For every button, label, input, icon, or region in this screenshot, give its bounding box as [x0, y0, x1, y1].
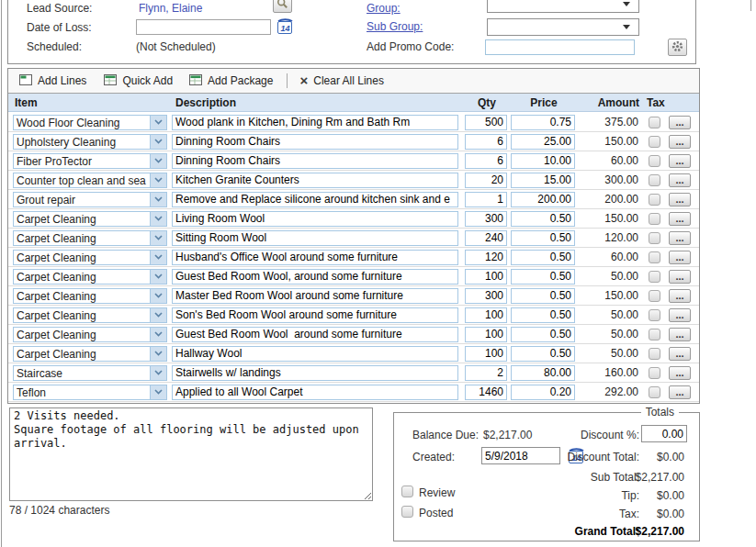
description-input[interactable]	[172, 153, 458, 169]
chevron-down-icon[interactable]	[150, 116, 166, 129]
price-input[interactable]	[511, 173, 575, 188]
row-options-button[interactable]: ...	[669, 328, 691, 341]
calendar-icon[interactable]: 14	[276, 18, 294, 38]
row-options-button[interactable]: ...	[669, 289, 691, 303]
description-input[interactable]	[172, 115, 458, 130]
lead-source-link[interactable]: Flynn, Elaine	[139, 2, 202, 15]
row-options-button[interactable]: ...	[669, 212, 691, 226]
description-input[interactable]	[172, 211, 458, 227]
clear-all-lines-button[interactable]: × Clear All Lines	[299, 74, 383, 87]
tax-checkbox[interactable]	[649, 271, 660, 283]
price-input[interactable]	[511, 211, 575, 227]
qty-input[interactable]	[465, 385, 507, 400]
notes-textarea[interactable]	[9, 407, 373, 501]
qty-input[interactable]	[465, 211, 507, 227]
item-select[interactable]: Carpet Cleaning	[13, 211, 167, 227]
qty-input[interactable]	[465, 173, 507, 188]
tax-checkbox[interactable]	[649, 117, 660, 128]
description-input[interactable]	[172, 385, 458, 400]
review-checkbox[interactable]	[401, 486, 413, 497]
qty-input[interactable]	[465, 153, 507, 169]
posted-checkbox[interactable]	[401, 506, 413, 518]
price-input[interactable]	[511, 153, 575, 169]
price-input[interactable]	[511, 307, 575, 323]
price-input[interactable]	[511, 385, 575, 400]
sub-group-link[interactable]: Sub Group:	[367, 20, 423, 33]
description-input[interactable]	[172, 365, 458, 381]
row-options-button[interactable]: ...	[669, 135, 691, 149]
tax-checkbox[interactable]	[649, 348, 660, 360]
row-options-button[interactable]: ...	[669, 116, 691, 129]
qty-input[interactable]	[465, 269, 507, 285]
chevron-down-icon[interactable]	[150, 347, 166, 361]
price-input[interactable]	[511, 250, 575, 265]
item-select[interactable]: Carpet Cleaning	[13, 346, 167, 362]
row-options-button[interactable]: ...	[669, 366, 691, 380]
item-select[interactable]: Upholstery Cleaning	[13, 134, 167, 150]
sub-group-select[interactable]	[487, 18, 639, 36]
tax-checkbox[interactable]	[649, 213, 660, 225]
date-of-loss-input[interactable]	[136, 19, 271, 35]
qty-input[interactable]	[465, 250, 507, 265]
discount-pct-input[interactable]	[641, 425, 687, 442]
price-input[interactable]	[511, 192, 575, 207]
chevron-down-icon[interactable]	[150, 328, 166, 341]
item-select[interactable]: Carpet Cleaning	[13, 327, 167, 342]
tax-checkbox[interactable]	[649, 290, 660, 302]
tax-checkbox[interactable]	[649, 329, 660, 340]
qty-input[interactable]	[465, 230, 507, 246]
tax-checkbox[interactable]	[649, 194, 660, 206]
item-select[interactable]: Grout repair	[13, 192, 167, 207]
description-input[interactable]	[172, 250, 458, 265]
price-input[interactable]	[511, 134, 575, 150]
row-options-button[interactable]: ...	[669, 347, 691, 361]
price-input[interactable]	[511, 288, 575, 304]
row-options-button[interactable]: ...	[669, 270, 691, 284]
description-input[interactable]	[172, 327, 458, 342]
item-select[interactable]: Carpet Cleaning	[13, 250, 167, 265]
qty-input[interactable]	[465, 327, 507, 342]
item-select[interactable]: Counter top clean and sea	[13, 173, 167, 188]
price-input[interactable]	[511, 115, 575, 130]
price-input[interactable]	[511, 346, 575, 362]
promo-code-input[interactable]	[485, 39, 635, 55]
row-options-button[interactable]: ...	[669, 193, 691, 207]
item-select[interactable]: Wood Floor Cleaning	[13, 115, 167, 130]
group-link[interactable]: Group:	[367, 2, 401, 15]
item-select[interactable]: Carpet Cleaning	[13, 307, 167, 323]
item-select[interactable]: Carpet Cleaning	[13, 288, 167, 304]
price-input[interactable]	[511, 365, 575, 381]
chevron-down-icon[interactable]	[150, 385, 166, 399]
description-input[interactable]	[172, 307, 458, 323]
add-lines-button[interactable]: Add Lines	[19, 74, 86, 88]
chevron-down-icon[interactable]	[150, 212, 166, 226]
row-options-button[interactable]: ...	[669, 173, 691, 187]
chevron-down-icon[interactable]	[150, 251, 166, 264]
item-select[interactable]: Teflon	[13, 385, 167, 400]
item-select[interactable]: Staircase	[13, 365, 167, 381]
qty-input[interactable]	[465, 307, 507, 323]
tax-checkbox[interactable]	[649, 309, 660, 321]
chevron-down-icon[interactable]	[150, 366, 166, 380]
item-select[interactable]: Fiber ProTector	[13, 153, 167, 169]
row-options-button[interactable]: ...	[669, 308, 691, 322]
qty-input[interactable]	[465, 134, 507, 150]
chevron-down-icon[interactable]	[150, 289, 166, 303]
tax-checkbox[interactable]	[649, 367, 660, 379]
chevron-down-icon[interactable]	[150, 193, 166, 207]
tax-checkbox[interactable]	[649, 136, 660, 148]
price-input[interactable]	[511, 230, 575, 246]
description-input[interactable]	[172, 173, 458, 188]
description-input[interactable]	[172, 230, 458, 246]
tax-checkbox[interactable]	[649, 174, 660, 186]
item-select[interactable]: Carpet Cleaning	[13, 230, 167, 246]
created-date-input[interactable]	[481, 447, 560, 464]
item-select[interactable]: Carpet Cleaning	[13, 269, 167, 285]
description-input[interactable]	[172, 288, 458, 304]
add-package-button[interactable]: Add Package	[189, 74, 273, 88]
row-options-button[interactable]: ...	[669, 231, 691, 245]
row-options-button[interactable]: ...	[669, 251, 691, 264]
description-input[interactable]	[172, 134, 458, 150]
tax-checkbox[interactable]	[649, 232, 660, 244]
qty-input[interactable]	[465, 115, 507, 130]
